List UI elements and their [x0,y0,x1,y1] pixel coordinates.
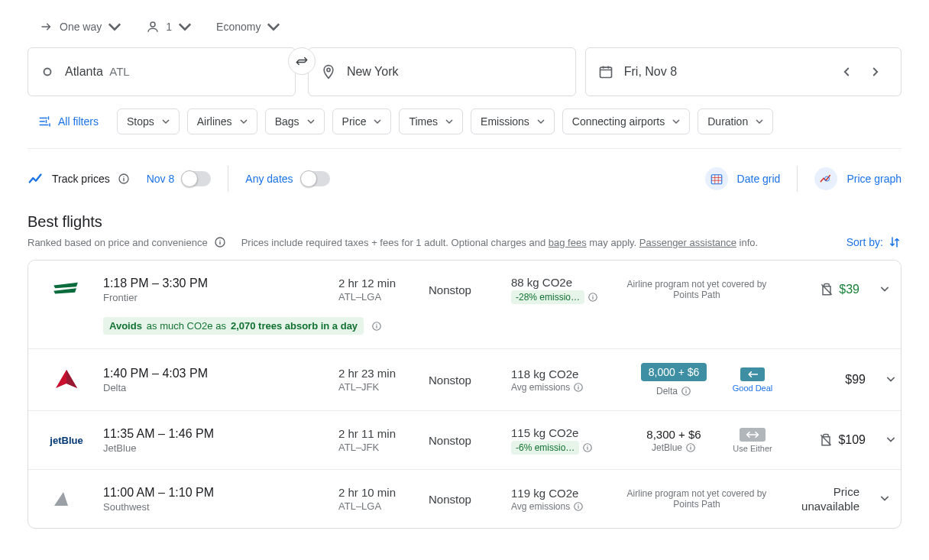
date-grid-button[interactable]: Date grid [705,167,781,190]
info-icon[interactable] [118,173,130,185]
filter-chip-stops[interactable]: Stops [117,108,180,134]
airline-logo [51,274,82,305]
info-icon[interactable] [582,442,593,453]
flight-times: 1:40 PM – 4:03 PM [103,367,332,380]
all-filters-button[interactable]: All filters [28,108,109,134]
flight-route: ATL–LGA [338,500,422,512]
flight-price: $39 [839,283,859,296]
filter-chip-emissions[interactable]: Emissions [471,108,555,134]
flight-times: 11:35 AM – 1:46 PM [103,427,332,441]
info-icon[interactable] [371,321,382,332]
expand-button[interactable] [872,432,901,449]
flight-list: 1:18 PM – 3:30 PM Frontier 2 hr 12 min A… [28,260,901,529]
trend-icon [28,170,44,187]
chevron-left-icon [840,65,853,79]
chevron-down-icon [672,118,680,125]
chevron-right-icon [869,65,882,79]
filter-chip-airlines[interactable]: Airlines [187,108,257,134]
flight-co2: 118 kg CO2e [511,367,618,380]
points-note: Airline program not yet covered by Point… [624,488,769,510]
divider [28,148,901,149]
section-title: Best flights [28,213,901,231]
no-bag-icon [818,432,834,448]
flight-row[interactable]: 1:40 PM – 4:03 PM Delta 2 hr 23 min ATL–… [28,349,901,411]
flight-route: ATL–JFK [338,381,422,393]
chevron-down-icon [877,281,892,296]
flight-row[interactable]: 11:00 AM – 1:10 PM Southwest 2 hr 10 min… [28,470,901,528]
deal-chip [740,428,766,442]
origin-input[interactable]: Atlanta ATL [28,47,296,96]
env-mid: as much CO2e as [147,320,226,332]
chevron-down-icon [537,118,545,125]
flight-price: $99 [845,373,866,387]
co2-badge: -28% emissio… [511,290,584,304]
prices-note-2: may apply. [587,237,639,248]
track-date-toggle[interactable] [182,171,211,186]
filter-chip-label: Bags [275,115,299,128]
chevron-down-icon [374,118,381,125]
flight-row[interactable]: jetBlue 11:35 AM – 1:46 PM JetBlue 2 hr … [28,411,901,470]
filter-chip-connecting-airports[interactable]: Connecting airports [562,108,690,134]
points-program: JetBlue [652,442,682,453]
date-next-button[interactable] [863,59,889,85]
filter-chip-label: Duration [707,115,748,128]
info-icon[interactable] [214,236,226,248]
trip-type-select[interactable]: One way [37,15,125,38]
info-icon[interactable] [573,382,584,393]
expand-button[interactable] [866,490,901,508]
bag-fees-link[interactable]: bag fees [549,237,587,248]
deal-chip [740,367,765,381]
swap-icon [295,54,309,68]
svg-point-1 [44,69,51,76]
flight-times: 11:00 AM – 1:10 PM [103,486,332,500]
passengers-select[interactable]: 1 [143,15,195,38]
flight-co2: 115 kg CO2e [511,426,618,439]
filter-chip-price[interactable]: Price [332,108,392,134]
price-unavailable: Price unavailable [775,484,859,514]
origin-code: ATL [109,65,129,78]
filter-chip-duration[interactable]: Duration [698,108,773,134]
filter-chip-bags[interactable]: Bags [265,108,325,134]
chevron-down-icon [307,118,315,125]
flight-stops: Nonstop [429,434,505,447]
person-icon [146,20,160,34]
origin-text: Atlanta [65,65,103,78]
env-note: Avoids as much CO2e as 2,070 trees absor… [103,317,859,335]
price-graph-icon [814,167,837,190]
info-icon[interactable] [685,442,696,453]
expand-button[interactable] [866,281,901,299]
info-icon[interactable] [588,292,598,303]
filter-chips-row: All filters StopsAirlinesBagsPriceTimesE… [28,108,901,134]
flight-route: ATL–JFK [338,442,422,453]
chevron-down-icon [445,118,453,125]
info-icon[interactable] [573,501,584,512]
sort-by-button[interactable]: Sort by: [846,235,901,249]
filter-chip-times[interactable]: Times [399,108,463,134]
destination-input[interactable]: New York [308,47,576,96]
trip-type-label: One way [60,21,102,33]
prices-note-1: Prices include required taxes + fees for… [241,237,549,248]
cabin-select[interactable]: Economy [213,15,283,38]
expand-button[interactable] [872,371,901,389]
co2-badge: -6% emissio… [511,441,579,455]
no-bag-icon [819,282,834,297]
any-dates-link[interactable]: Any dates [245,173,293,185]
any-dates-toggle[interactable] [301,171,330,186]
swap-button[interactable] [288,47,316,75]
info-icon[interactable] [681,386,691,397]
points-program: Delta [656,386,678,397]
airline-logo: jetBlue [51,425,82,455]
arrows-both-icon [746,430,759,439]
price-graph-button[interactable]: Price graph [814,167,901,190]
chevron-down-icon [108,20,121,34]
chevron-down-icon [162,118,170,125]
deal-label: Use Either [733,444,772,453]
chevron-down-icon [883,432,898,447]
passenger-assistance-link[interactable]: Passenger assistance [639,237,736,248]
track-date-link[interactable]: Nov 8 [147,173,175,185]
date-input[interactable]: Fri, Nov 8 [585,47,901,96]
flight-row[interactable]: 1:18 PM – 3:30 PM Frontier 2 hr 12 min A… [28,261,901,349]
flight-duration: 2 hr 12 min [338,277,422,290]
date-prev-button[interactable] [834,59,859,85]
date-grid-label: Date grid [737,173,781,185]
